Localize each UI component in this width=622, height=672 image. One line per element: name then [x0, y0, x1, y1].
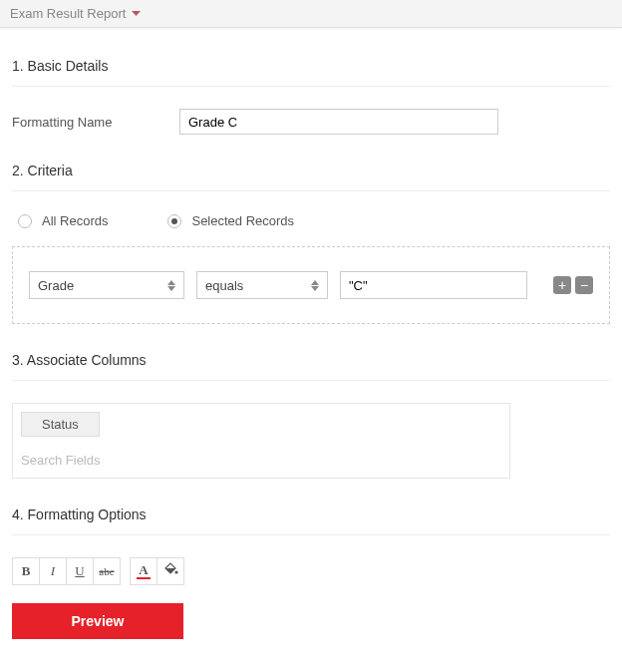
text-color-icon: A	[137, 563, 151, 579]
criteria-radio-group: All Records Selected Records	[12, 213, 610, 228]
breadcrumb-label: Exam Result Report	[10, 6, 126, 21]
underline-icon: U	[75, 563, 84, 579]
formatting-name-label: Formatting Name	[12, 115, 179, 130]
radio-all-records[interactable]: All Records	[18, 213, 108, 228]
criteria-operator-value: equals	[205, 278, 243, 293]
divider	[12, 380, 610, 381]
radio-all-label: All Records	[42, 213, 108, 228]
section-criteria-title: 2. Criteria	[12, 163, 610, 178]
criteria-field-value: Grade	[38, 278, 74, 293]
criteria-field-select[interactable]: Grade	[29, 271, 184, 299]
formatting-name-row: Formatting Name	[12, 109, 610, 135]
section-basic-title: 1. Basic Details	[12, 58, 610, 74]
criteria-operator-select[interactable]: equals	[196, 271, 328, 299]
preview-button[interactable]: Preview	[12, 603, 183, 639]
chevron-down-icon	[132, 11, 141, 17]
minus-icon: −	[580, 278, 588, 292]
strikethrough-button[interactable]: abc	[93, 557, 121, 585]
underline-button[interactable]: U	[66, 557, 94, 585]
remove-rule-button[interactable]: −	[575, 276, 593, 294]
radio-selected-records[interactable]: Selected Records	[167, 213, 294, 228]
associate-search-input[interactable]	[13, 445, 509, 478]
divider	[12, 86, 610, 87]
bold-icon: B	[22, 563, 31, 579]
section-formatting-title: 4. Formatting Options	[12, 506, 610, 522]
associate-tags-row: Status	[13, 404, 509, 445]
page-header: Exam Result Report	[0, 0, 622, 28]
bold-button[interactable]: B	[12, 557, 40, 585]
form-content: 1. Basic Details Formatting Name 2. Crit…	[0, 28, 622, 672]
radio-icon	[167, 214, 181, 228]
add-rule-button[interactable]: +	[553, 276, 571, 294]
radio-selected-label: Selected Records	[191, 213, 294, 228]
criteria-rule-actions: + −	[553, 276, 593, 294]
fill-color-button[interactable]	[156, 557, 184, 585]
paint-bucket-icon	[162, 562, 178, 580]
stepper-icon	[167, 280, 175, 291]
plus-icon: +	[558, 278, 566, 292]
criteria-rule-box: Grade equals + −	[12, 246, 610, 324]
italic-icon: I	[51, 563, 55, 579]
radio-icon	[18, 214, 32, 228]
breadcrumb-title[interactable]: Exam Result Report	[10, 6, 141, 21]
strikethrough-icon: abc	[99, 565, 114, 577]
associate-columns-box: Status	[12, 403, 510, 479]
italic-button[interactable]: I	[39, 557, 67, 585]
formatting-toolbar: B I U abc A	[12, 557, 610, 585]
column-tag-status[interactable]: Status	[21, 412, 100, 437]
divider	[12, 190, 610, 191]
svg-point-0	[174, 570, 177, 573]
section-associate-title: 3. Associate Columns	[12, 352, 610, 368]
criteria-value-input[interactable]	[340, 271, 527, 299]
divider	[12, 534, 610, 535]
stepper-icon	[311, 280, 319, 291]
formatting-name-input[interactable]	[179, 109, 498, 135]
text-color-button[interactable]: A	[130, 557, 157, 585]
